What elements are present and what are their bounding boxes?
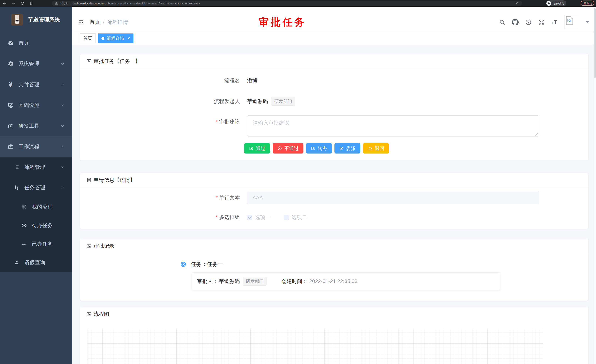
chevron-up-icon — [60, 145, 65, 149]
card-header: 申请信息【滔博】 — [80, 173, 589, 187]
card-title: 审批记录 — [94, 242, 114, 249]
approval-record-card: 审批记录 任务：任务一 审批人：芋道源码 研发部门 创建时间： 2022-01-… — [80, 239, 589, 301]
update-button[interactable]: 更新 — [581, 0, 594, 6]
dept-tag: 研发部门 — [271, 97, 295, 106]
eye-open-icon — [21, 223, 27, 228]
approve-task-card: 审批任务【任务一】 流程名 滔博 流程发起人 芋道源码 研发部门 *审批建议 — [80, 54, 589, 161]
transfer-button[interactable]: 转办 — [306, 143, 332, 153]
reload-icon[interactable] — [20, 1, 24, 5]
single-line-input — [247, 191, 539, 204]
advice-placeholder: 请输入审批建议 — [253, 119, 289, 126]
sidebar-item-label: 待办任务 — [32, 222, 52, 229]
caret-down-icon[interactable] — [586, 21, 589, 23]
hamburger-icon[interactable] — [78, 19, 84, 26]
sidebar-item-my-process[interactable]: 我的流程 — [0, 198, 72, 216]
eye-closed-icon — [21, 241, 27, 247]
sidebar-item-label: 支付管理 — [19, 81, 39, 88]
search-icon[interactable] — [499, 19, 505, 25]
chevron-down-icon — [60, 165, 65, 169]
back-icon[interactable] — [3, 1, 7, 5]
sidebar-item-label: 首页 — [19, 40, 29, 47]
reject-button[interactable]: 不通过 — [273, 143, 303, 153]
sidebar-item-label: 任务管理 — [24, 184, 45, 191]
sidebar-item-todo-tasks[interactable]: 待办任务 — [0, 216, 72, 235]
card-title: 申请信息【滔博】 — [94, 177, 135, 184]
approver-name: 芋道源码 — [219, 278, 240, 285]
tab-label: 流程详情 — [107, 35, 124, 41]
url-domain: dashboard.yudao.iocoder.cn — [73, 2, 107, 5]
card-header: 审批任务【任务一】 — [80, 54, 589, 68]
form-row-advice: *审批建议 请输入审批建议 — [80, 116, 589, 137]
sidebar-item-label: 请假查询 — [24, 259, 45, 266]
address-bar[interactable]: 不安全 dashboard.yudao.iocoder.cn/bpm/proce… — [52, 0, 522, 6]
chevron-up-icon — [60, 185, 65, 190]
help-icon[interactable] — [525, 19, 532, 25]
breadcrumb-current: 流程详情 — [107, 19, 128, 26]
forward-icon[interactable] — [11, 1, 15, 5]
card-title: 审批任务【任务一】 — [94, 58, 140, 65]
sidebar-item-home[interactable]: 首页 — [0, 33, 72, 53]
clock-icon — [180, 262, 186, 267]
delegate-button[interactable]: 委派 — [335, 143, 360, 153]
approver-card: 审批人：芋道源码 研发部门 创建时间： 2022-01-21 22:35:08 — [192, 272, 500, 290]
logo-row[interactable]: 芋道管理系统 — [0, 7, 72, 33]
url-path: /bpm/process-instance/detail?id=54aa251f… — [107, 2, 200, 5]
breadcrumb-home[interactable]: 首页 — [89, 19, 100, 26]
sidebar-item-infra[interactable]: 基础设施 — [0, 95, 72, 116]
form-row-initiator: 流程发起人 芋道源码 研发部门 — [80, 95, 589, 108]
active-dot — [101, 37, 104, 40]
chevron-down-icon — [60, 82, 65, 87]
approver-label: 审批人： — [197, 278, 218, 285]
avatar[interactable] — [565, 15, 579, 29]
incognito-badge: 无痕模式 — [546, 0, 566, 6]
security-label: 不安全 — [60, 2, 68, 5]
fullscreen-icon[interactable] — [538, 19, 544, 25]
scrollbar-thumb[interactable] — [594, 8, 596, 78]
text-label: *单行文本 — [80, 194, 247, 201]
initiator-label: 流程发起人 — [80, 98, 247, 105]
broken-image-icon — [566, 16, 573, 26]
return-button[interactable]: 退回 — [363, 143, 389, 153]
sidebar-item-leave-query[interactable]: 请假查询 — [0, 253, 72, 272]
update-label: 更新 — [584, 1, 589, 5]
tab-process-detail[interactable]: 流程详情 × — [98, 34, 134, 43]
chevron-down-icon — [60, 103, 65, 108]
required-asterisk: * — [216, 214, 218, 220]
close-icon[interactable]: × — [127, 36, 130, 41]
annotation-text: 审批任务 — [259, 15, 306, 29]
user-icon — [13, 260, 20, 265]
sidebar-item-devtools[interactable]: 研发工具 — [0, 116, 72, 136]
checkbox-label: 选项二 — [291, 214, 307, 221]
sidebar-item-done-tasks[interactable]: 已办任务 — [0, 235, 72, 253]
dashboard-icon — [7, 40, 14, 46]
advice-label: *审批建议 — [80, 116, 247, 125]
list-tree-icon — [13, 164, 20, 170]
browser-menu-icon[interactable] — [591, 2, 592, 5]
browser-toolbar: 不安全 dashboard.yudao.iocoder.cn/bpm/proce… — [0, 0, 596, 7]
advice-textarea[interactable]: 请输入审批建议 — [247, 116, 539, 137]
app-title: 芋道管理系统 — [28, 16, 60, 23]
incognito-icon — [546, 1, 551, 6]
briefcase-icon — [7, 123, 14, 129]
sidebar-item-process-mgmt[interactable]: 流程管理 — [0, 157, 72, 177]
github-icon[interactable] — [512, 19, 519, 26]
bpmn-canvas[interactable] — [88, 329, 543, 364]
sidebar-item-system[interactable]: 系统管理 — [0, 53, 72, 74]
sidebar-item-label: 已办任务 — [32, 240, 52, 248]
resize-grip-icon[interactable] — [535, 133, 538, 136]
process-name-label: 流程名 — [80, 77, 247, 84]
sidebar-item-workflow[interactable]: 工作流程 — [0, 136, 72, 157]
chevron-down-icon — [60, 62, 65, 66]
font-size-icon[interactable]: T — [551, 19, 558, 26]
gear-icon — [7, 61, 14, 67]
briefcase-icon — [7, 144, 14, 150]
approve-button[interactable]: 通过 — [244, 143, 270, 153]
monitor-icon — [7, 102, 14, 108]
tab-home[interactable]: 首页 — [80, 34, 96, 43]
star-icon[interactable] — [515, 1, 519, 6]
home-icon[interactable] — [29, 1, 33, 5]
checkbox-unchecked-icon — [284, 215, 289, 220]
sidebar-item-task-mgmt[interactable]: 任务管理 — [0, 177, 72, 198]
page-scrollbar[interactable] — [593, 7, 596, 364]
sidebar-item-payment[interactable]: ¥ 支付管理 — [0, 74, 72, 95]
